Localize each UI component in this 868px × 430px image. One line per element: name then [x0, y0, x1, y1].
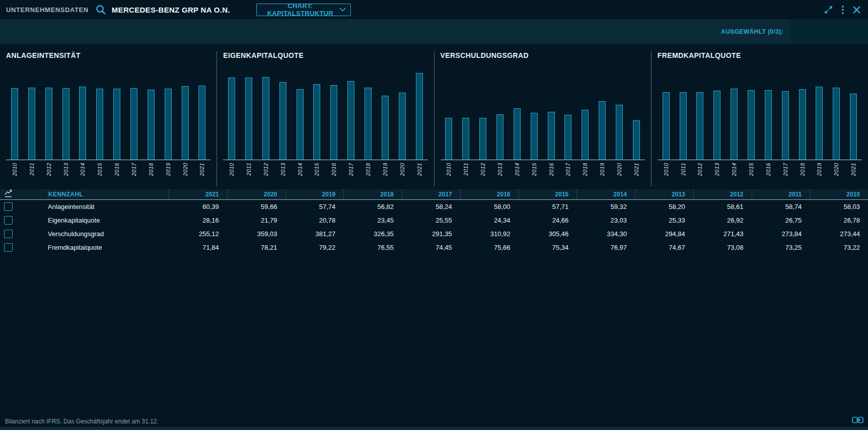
x-tick-label: 2014	[731, 160, 737, 176]
chart-title-anlageintensit-t: ANLAGEINTENSITÄT	[6, 51, 210, 60]
selected-count-label: AUSGEWÄHLT (0/3):	[721, 28, 783, 35]
x-tick-label: 2013	[63, 160, 69, 176]
fullscreen-icon[interactable]	[824, 5, 833, 15]
value-verschuldungsgrad-2018: 326,35	[343, 230, 402, 238]
x-tick-label: 2014	[297, 160, 303, 176]
value-fremdkapitalquote-2014: 76,97	[576, 244, 635, 251]
chart-type-dropdown[interactable]: CHART: KAPITALSTRUKTUR	[256, 4, 351, 16]
x-tick: 2014	[509, 160, 526, 186]
chart-plot-verschuldungsgrad	[441, 67, 645, 160]
row-checkbox-verschuldungsgrad[interactable]	[4, 230, 13, 238]
x-tick-label: 2015	[748, 160, 754, 176]
x-tick: 2018	[576, 160, 594, 186]
kebab-menu-icon[interactable]	[841, 5, 844, 15]
bar-slot	[576, 110, 594, 160]
year-column-header-2014: 2014	[576, 189, 635, 199]
bar-anlageintensit-t-2010	[11, 88, 18, 160]
bar-verschuldungsgrad-2016	[548, 112, 555, 160]
value-verschuldungsgrad-2011: 273,84	[752, 230, 810, 238]
bar-anlageintensit-t-2015	[96, 89, 103, 160]
x-tick-label: 2019	[599, 160, 605, 176]
value-verschuldungsgrad-2015: 305,46	[519, 230, 577, 238]
x-tick-label: 2017	[782, 160, 788, 176]
chart-x-axis-verschuldungsgrad: 2010201120122013201420152016201720182019…	[441, 160, 645, 186]
value-verschuldungsgrad-2020: 359,03	[227, 230, 285, 238]
bar-verschuldungsgrad-2014	[514, 108, 521, 160]
x-tick-label: 2021	[416, 160, 422, 176]
value-fremdkapitalquote-2010: 73,22	[810, 244, 868, 251]
value-verschuldungsgrad-2021: 255,12	[169, 230, 227, 238]
selection-toolbar: AUSGEWÄHLT (0/3):	[0, 19, 868, 44]
x-tick: 2019	[811, 160, 828, 186]
bar-slot	[560, 115, 577, 160]
bar-eigenkapitalquote-2018	[365, 88, 372, 160]
x-tick: 2013	[274, 160, 292, 186]
x-tick-label: 2017	[565, 160, 571, 176]
x-tick-label: 2012	[46, 160, 52, 176]
bar-slot	[491, 114, 509, 160]
go-logo-icon[interactable]	[852, 416, 863, 425]
bar-verschuldungsgrad-2020	[616, 105, 623, 160]
bar-slot	[845, 94, 862, 160]
year-column-header-2012: 2012	[693, 189, 752, 199]
bar-slot	[411, 73, 428, 160]
x-tick-label: 2010	[446, 160, 452, 176]
value-anlageintensit-t-2010: 58,03	[810, 203, 868, 210]
row-checkbox-eigenkapitalquote[interactable]	[4, 216, 13, 225]
x-tick: 2010	[658, 160, 675, 186]
topbar: UNTERNEHMENSDATEN MERCEDES-BENZ GRP NA O…	[0, 0, 868, 19]
bar-anlageintensit-t-2012	[45, 88, 52, 160]
chart-title-eigenkapitalquote: EIGENKAPITALQUOTE	[223, 51, 427, 60]
bar-slot	[274, 82, 292, 160]
x-tick-label: 2018	[800, 160, 806, 176]
row-checkbox-fremdkapitalquote[interactable]	[4, 243, 13, 252]
x-tick-label: 2019	[165, 160, 171, 176]
value-anlageintensit-t-2014: 59,32	[576, 203, 635, 210]
bar-slot	[377, 96, 394, 160]
search-icon[interactable]	[95, 4, 107, 16]
bar-slot	[726, 89, 743, 160]
x-tick: 2021	[193, 160, 210, 186]
bar-slot	[777, 91, 794, 160]
value-eigenkapitalquote-2012: 26,92	[693, 217, 752, 224]
bar-slot	[691, 92, 708, 160]
x-tick: 2020	[828, 160, 845, 186]
value-anlageintensit-t-2019: 57,74	[285, 203, 344, 210]
value-eigenkapitalquote-2020: 21,79	[227, 217, 285, 224]
x-tick: 2015	[526, 160, 543, 186]
x-tick: 2017	[342, 160, 359, 186]
close-icon[interactable]	[852, 6, 861, 14]
chart-panel-eigenkapitalquote: EIGENKAPITALQUOTE20102011201220132014201…	[216, 51, 433, 186]
bar-fremdkapitalquote-2020	[833, 88, 840, 160]
chart-panel-anlageintensit-t: ANLAGEINTENSITÄT201020112012201320142015…	[0, 51, 216, 186]
selection-slot	[790, 19, 868, 44]
bar-fremdkapitalquote-2013	[713, 91, 720, 160]
value-eigenkapitalquote-2021: 28,16	[169, 217, 227, 224]
x-tick-label: 2011	[246, 160, 252, 176]
x-tick: 2013	[57, 160, 75, 186]
bar-slot	[74, 87, 91, 160]
x-tick: 2012	[40, 160, 57, 186]
x-tick-label: 2014	[514, 160, 520, 176]
value-verschuldungsgrad-2016: 310,92	[460, 230, 519, 238]
x-tick: 2014	[726, 160, 743, 186]
bar-eigenkapitalquote-2021	[416, 73, 423, 160]
bar-slot	[40, 88, 57, 160]
x-tick: 2020	[394, 160, 411, 186]
value-fremdkapitalquote-2015: 75,34	[519, 244, 577, 251]
chart-x-axis-eigenkapitalquote: 2010201120122013201420152016201720182019…	[223, 160, 427, 186]
x-tick: 2017	[125, 160, 142, 186]
line-chart-icon[interactable]	[4, 189, 14, 199]
bar-fremdkapitalquote-2016	[765, 90, 772, 160]
bar-slot	[743, 90, 760, 160]
chart-title-fremdkapitalquote: FREMDKAPITALQUOTE	[658, 51, 862, 60]
value-anlageintensit-t-2011: 58,74	[752, 203, 810, 210]
x-tick-label: 2014	[80, 160, 86, 176]
chart-plot-eigenkapitalquote	[223, 67, 427, 160]
x-tick-label: 2011	[463, 160, 469, 176]
bar-slot	[394, 93, 411, 160]
x-tick: 2016	[760, 160, 777, 186]
row-checkbox-anlageintensit-t[interactable]	[4, 202, 13, 211]
bar-fremdkapitalquote-2017	[782, 91, 789, 160]
x-tick-label: 2017	[131, 160, 137, 176]
